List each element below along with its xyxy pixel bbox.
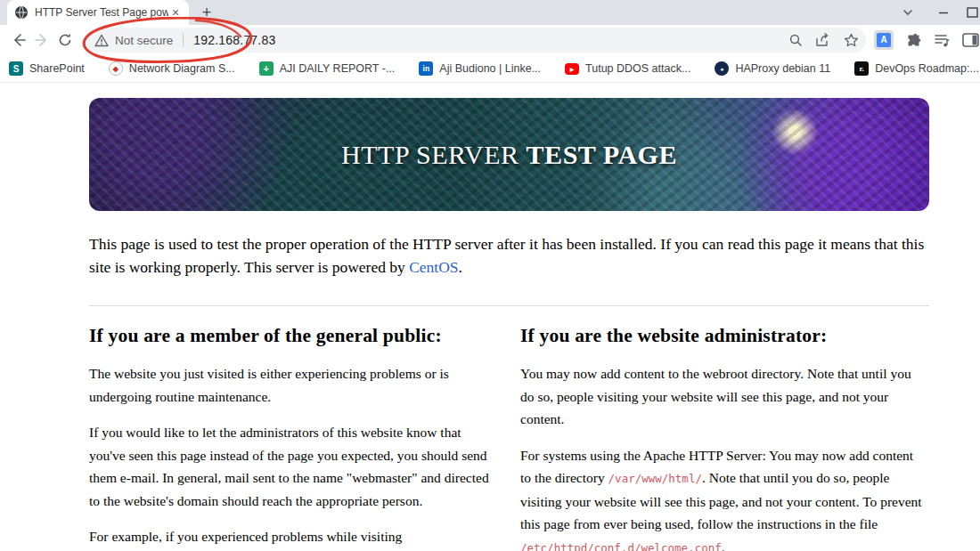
security-label: Not secure <box>115 34 173 47</box>
address-bar[interactable]: Not secure 192.168.77.83 <box>86 28 866 53</box>
network-diagram-icon: ◆ <box>109 61 123 76</box>
side-panel-icon[interactable] <box>962 33 980 47</box>
playlist-extension-icon[interactable] <box>934 33 951 48</box>
bookmark-item-sharepoint[interactable]: S SharePoint <box>9 61 85 76</box>
window-minimize-button[interactable] <box>937 0 950 25</box>
banner-title: HTTP SERVER TEST PAGE <box>341 140 677 170</box>
browser-tab[interactable]: HTTP Server Test Page powered × <box>7 0 189 25</box>
youtube-icon: ▶ <box>565 63 579 75</box>
linkedin-icon: in <box>419 61 433 76</box>
bookmark-item-linkedin[interactable]: in Aji Budiono | Linke... <box>419 61 541 76</box>
window-maximize-button[interactable] <box>966 0 980 25</box>
haproxy-icon: ● <box>715 61 729 76</box>
bookmark-star-icon[interactable] <box>844 33 859 48</box>
tab-search-chevron-icon[interactable] <box>902 0 914 25</box>
bookmark-item-daily-report[interactable]: + AJI DAILY REPORT -... <box>259 61 396 76</box>
browser-toolbar: Not secure 192.168.77.83 A <box>0 25 980 55</box>
paragraph: If you would like to let the administrat… <box>89 421 496 512</box>
administrator-heading: If you are the website administrator: <box>520 325 927 347</box>
code-path: /etc/httpd/conf.d/welcome.conf <box>520 541 722 551</box>
general-public-heading: If you are a member of the general publi… <box>89 325 496 347</box>
security-chip[interactable]: Not secure <box>94 34 173 47</box>
share-icon[interactable] <box>815 33 831 47</box>
reload-button[interactable] <box>53 28 77 52</box>
general-public-column: If you are a member of the general publi… <box>89 325 496 551</box>
sheets-icon: + <box>259 61 274 76</box>
paragraph: The website you just visited is either e… <box>89 362 496 408</box>
omnibox-divider <box>183 33 184 47</box>
sharepoint-icon: S <box>9 61 23 76</box>
bookmark-item-devops-roadmap[interactable]: r. DevOps Roadmap:... <box>854 61 979 76</box>
tab-title: HTTP Server Test Page powered <box>35 6 168 19</box>
extensions-puzzle-icon[interactable] <box>905 32 922 49</box>
bookmark-item-youtube[interactable]: ▶ Tutup DDOS attack... <box>565 62 690 75</box>
paragraph: For example, if you experienced problems… <box>89 525 496 551</box>
tab-favicon-globe-icon <box>14 5 29 20</box>
intro-paragraph: This page is used to test the proper ope… <box>89 233 927 279</box>
administrator-column: If you are the website administrator: Yo… <box>520 325 927 551</box>
code-path: /var/www/html/ <box>608 472 702 485</box>
search-icon[interactable] <box>788 33 803 47</box>
translate-extension-icon[interactable]: A <box>874 30 894 50</box>
url-text[interactable]: 192.168.77.83 <box>193 33 275 47</box>
paragraph: For systems using the Apache HTTP Server… <box>520 444 927 551</box>
forward-button[interactable] <box>30 28 53 52</box>
new-tab-button[interactable]: + <box>196 3 217 24</box>
centos-link[interactable]: CentOS <box>409 258 458 276</box>
bookmark-item-haproxy[interactable]: ● HAProxy debian 11 <box>715 61 830 76</box>
tab-close-icon[interactable]: × <box>172 6 179 19</box>
tab-strip: HTTP Server Test Page powered × + <box>0 0 980 25</box>
bookmarks-bar: S SharePoint ◆ Network Diagram S... + AJ… <box>0 55 980 83</box>
roadmap-icon: r. <box>854 61 869 76</box>
test-page-banner: HTTP SERVER TEST PAGE <box>89 98 929 211</box>
not-secure-warning-icon <box>94 34 109 47</box>
bookmark-item-network-diagram[interactable]: ◆ Network Diagram S... <box>109 61 235 76</box>
horizontal-divider <box>89 305 929 306</box>
back-button[interactable] <box>7 28 30 52</box>
web-page-content: HTTP SERVER TEST PAGE This page is used … <box>0 83 980 551</box>
paragraph: You may now add content to the webroot d… <box>520 362 927 431</box>
